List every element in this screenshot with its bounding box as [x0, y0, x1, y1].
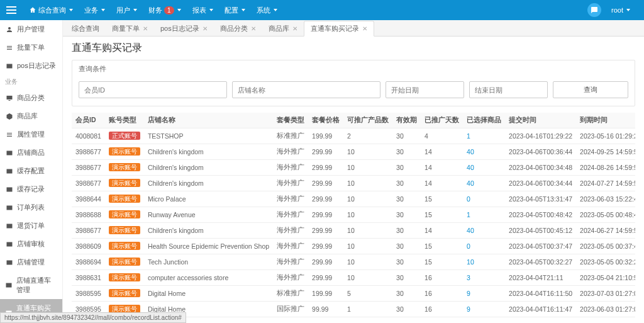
selected-goods-link[interactable]: 40 — [467, 179, 474, 187]
table-cell: 2023-04-05T00:45:12 — [505, 223, 576, 239]
column-header: 套餐价格 — [308, 113, 343, 128]
selected-goods-link[interactable]: 1 — [467, 132, 470, 140]
tab-直通车购买记录[interactable]: 直通车购买记录✕ — [304, 21, 374, 37]
table-cell: 30 — [392, 128, 421, 144]
table-cell: 3988688 — [72, 207, 105, 223]
sidebar-item-商品分类[interactable]: 商品分类 — [0, 89, 62, 107]
table-cell: Children's kingdom — [144, 144, 273, 160]
close-icon[interactable]: ✕ — [251, 25, 256, 32]
sidebar-item-label: 店铺管理 — [17, 258, 45, 267]
table-cell: 10 — [343, 239, 392, 254]
sidebar-item-用户管理[interactable]: 用户管理 — [0, 20, 62, 38]
selected-goods-link[interactable]: 0 — [467, 195, 470, 203]
table-cell: 30 — [392, 176, 421, 191]
table-cell: 299.99 — [308, 239, 343, 254]
table-cell: 299.99 — [308, 223, 343, 239]
account-type-badge: 演示账号 — [109, 242, 140, 250]
sidebar-item-商品库[interactable]: 商品库 — [0, 107, 62, 125]
selected-goods-link[interactable]: 1 — [467, 211, 470, 218]
list-icon — [5, 43, 13, 52]
menu-toggle-icon[interactable] — [4, 4, 19, 16]
user-area: root — [587, 3, 640, 17]
table-cell: 1 — [463, 128, 505, 144]
close-icon[interactable]: ✕ — [362, 25, 367, 32]
table-cell: 15 — [421, 191, 463, 207]
table-cell: 10 — [463, 254, 505, 270]
tab-pos日志记录[interactable]: pos日志记录✕ — [154, 21, 214, 36]
table-cell: Runway Avenue — [144, 207, 273, 223]
sidebar-item-店铺商品[interactable]: 店铺商品 — [0, 144, 62, 162]
selected-goods-link[interactable]: 10 — [467, 258, 474, 266]
table-cell: 2023-04-05T13:31:47 — [505, 191, 576, 207]
search-button[interactable]: 查询 — [553, 81, 628, 98]
cube-icon — [5, 112, 13, 120]
close-icon[interactable]: ✕ — [203, 25, 208, 32]
sidebar-item-label: 商品分类 — [17, 93, 45, 103]
member-id-input[interactable] — [79, 81, 227, 98]
chat-icon[interactable] — [587, 3, 601, 17]
topmenu-配置[interactable]: 配置 — [219, 3, 250, 18]
table-cell: 3988677 — [72, 160, 105, 176]
topmenu-业务[interactable]: 业务 — [79, 3, 110, 18]
sidebar-item-退货订单[interactable]: 退货订单 — [0, 217, 62, 235]
sidebar-item-订单列表[interactable]: 订单列表 — [0, 198, 62, 217]
table-cell: Tech Junction — [144, 254, 273, 270]
table-cell: 199.99 — [308, 286, 343, 302]
table-cell: 299.99 — [308, 191, 343, 207]
selected-goods-link[interactable]: 0 — [467, 242, 470, 250]
selected-goods-link[interactable]: 40 — [467, 227, 474, 234]
selected-goods-link[interactable]: 40 — [467, 164, 474, 171]
start-date-input[interactable] — [386, 81, 464, 98]
card-icon — [5, 240, 13, 248]
tab-商量下单[interactable]: 商量下单✕ — [106, 21, 154, 36]
sidebar-item-店铺审核[interactable]: 店铺审核 — [0, 235, 62, 253]
table-cell: 40 — [463, 144, 505, 160]
account-type-badge: 演示账号 — [109, 226, 140, 234]
close-icon[interactable]: ✕ — [143, 25, 148, 32]
topmenu-报表[interactable]: 报表 — [187, 3, 218, 18]
selected-goods-link[interactable]: 9 — [467, 305, 470, 313]
sidebar-item-pos日志记录[interactable]: pos日志记录 — [0, 57, 62, 75]
selected-goods-link[interactable]: 40 — [467, 148, 474, 156]
account-type-badge: 演示账号 — [109, 179, 140, 187]
sidebar-item-店铺直通车管理[interactable]: 店铺直通车管理 — [0, 271, 62, 299]
selected-goods-link[interactable]: 3 — [467, 274, 470, 281]
table-cell: 演示账号 — [105, 254, 144, 270]
table-row: 3988644演示账号Micro Palace海外推广299.991030150… — [72, 191, 635, 207]
topmenu-label: 财务 — [148, 6, 162, 15]
chevron-down-icon — [242, 9, 245, 11]
close-icon[interactable]: ✕ — [292, 25, 297, 32]
user-dropdown[interactable]: root — [606, 4, 635, 16]
tab-label: 商量下单 — [112, 24, 140, 33]
content: 直通车购买记录 查询条件 查询 会员ID账号类型店铺名称套餐类型套餐价格可推广产… — [63, 37, 644, 323]
selected-goods-link[interactable]: 9 — [467, 290, 470, 297]
table-cell: 15 — [421, 254, 463, 270]
topmenu-用户[interactable]: 用户 — [111, 3, 142, 18]
table-cell: 4 — [421, 128, 463, 144]
table-row: 3988688演示账号Runway Avenue海外推广299.99103015… — [72, 207, 635, 223]
badge: 1 — [164, 6, 174, 14]
sidebar-item-批量下单[interactable]: 批量下单 — [0, 38, 62, 57]
tab-商品分类[interactable]: 商品分类✕ — [214, 21, 262, 36]
end-date-input[interactable] — [469, 81, 548, 98]
table-cell: 4008081 — [72, 128, 105, 144]
sidebar-item-店铺管理[interactable]: 店铺管理 — [0, 253, 62, 271]
sidebar-item-label: 用户管理 — [17, 25, 45, 34]
sidebar-item-属性管理[interactable]: 属性管理 — [0, 125, 62, 144]
shop-name-input[interactable] — [232, 81, 380, 98]
tab-商品库[interactable]: 商品库✕ — [262, 21, 304, 36]
table-cell: 海外推广 — [273, 160, 308, 176]
topmenu-财务[interactable]: 财务1 — [143, 3, 186, 18]
tab-综合查询[interactable]: 综合查询 — [65, 21, 106, 36]
table-cell: 199.99 — [308, 317, 343, 319]
topmenu-系统[interactable]: 系统 — [252, 3, 282, 18]
sidebar-item-缓存记录[interactable]: 缓存记录 — [0, 180, 62, 198]
table-cell: 30 — [392, 207, 421, 223]
table-row: 3988694演示账号Tech Junction海外推广299.99103015… — [72, 254, 635, 270]
topmenu-综合查询[interactable]: 综合查询 — [24, 3, 78, 18]
table-cell: 10 — [343, 160, 392, 176]
records-table: 会员ID账号类型店铺名称套餐类型套餐价格可推广产品数有效期已推广天数已选择商品提… — [72, 113, 635, 318]
username: root — [611, 6, 623, 14]
account-type-badge: 演示账号 — [109, 163, 140, 171]
sidebar-item-缓存配置[interactable]: 缓存配置 — [0, 162, 62, 180]
